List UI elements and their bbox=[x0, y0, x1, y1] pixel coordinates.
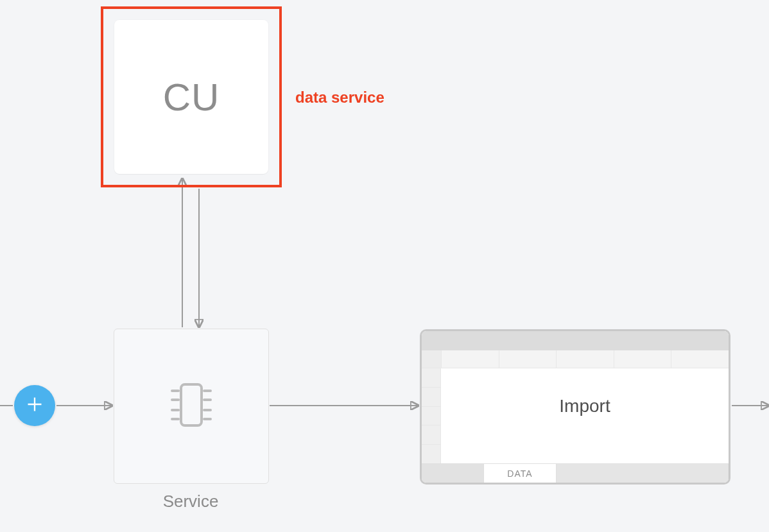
import-node-tabs: DATA bbox=[422, 463, 729, 483]
diagram-canvas[interactable]: CU data service Service bbox=[0, 0, 769, 532]
import-node-sheet: Import bbox=[441, 368, 729, 463]
cu-node-icon-text: CU bbox=[163, 75, 220, 119]
import-node[interactable]: Import DATA bbox=[420, 329, 730, 485]
import-node-tab-data[interactable]: DATA bbox=[484, 463, 557, 483]
add-node-button[interactable] bbox=[14, 385, 55, 426]
import-node-title: Import bbox=[559, 396, 610, 416]
import-node-row-headers bbox=[422, 368, 441, 463]
cu-node[interactable]: CU bbox=[114, 20, 268, 174]
chip-icon bbox=[159, 373, 223, 440]
plus-icon bbox=[26, 395, 44, 416]
service-node-caption: Service bbox=[114, 492, 268, 511]
svg-rect-0 bbox=[181, 384, 202, 425]
service-node[interactable] bbox=[114, 329, 269, 484]
import-node-header-bar bbox=[422, 331, 729, 350]
cu-node-label: data service bbox=[295, 89, 384, 107]
import-node-column-headers bbox=[422, 350, 729, 368]
